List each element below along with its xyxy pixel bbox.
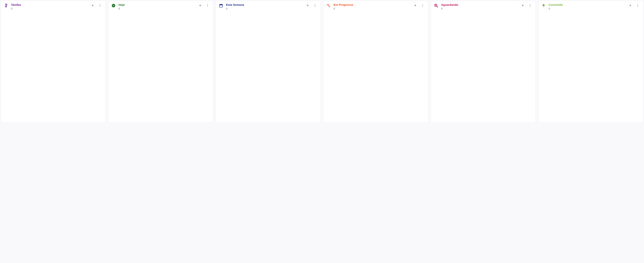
svg-point-27 xyxy=(435,5,436,6)
add-card-button[interactable] xyxy=(520,2,526,9)
column-title-block: Tarefas 0 xyxy=(11,3,87,10)
plus-icon xyxy=(306,4,310,8)
column-actions xyxy=(90,2,103,9)
column-body[interactable] xyxy=(324,12,428,122)
column-count: 0 xyxy=(11,7,87,10)
column-actions xyxy=(520,2,533,9)
column-menu-button[interactable] xyxy=(634,2,641,9)
column-actions xyxy=(305,2,318,9)
svg-point-24 xyxy=(422,5,423,6)
plus-icon xyxy=(198,4,202,8)
svg-point-33 xyxy=(638,5,638,6)
column-actions xyxy=(627,2,641,9)
svg-point-11 xyxy=(207,6,208,6)
column-title-block: Em Progresso 0 xyxy=(334,3,410,10)
svg-point-17 xyxy=(315,5,316,6)
more-vert-icon xyxy=(636,4,639,8)
column-menu-button[interactable] xyxy=(527,2,533,9)
bell-icon xyxy=(541,3,546,8)
column-title-block: Aguardando 0 xyxy=(441,3,517,10)
svg-point-25 xyxy=(422,6,423,6)
svg-point-32 xyxy=(638,4,638,5)
kanban-column-concluido: Concluído 0 xyxy=(538,1,643,122)
svg-line-28 xyxy=(437,6,438,7)
svg-point-16 xyxy=(315,4,316,5)
thermometer-icon xyxy=(4,3,8,8)
more-vert-icon xyxy=(313,4,317,8)
kanban-board: Tarefas 0 xyxy=(0,0,644,123)
add-card-button[interactable] xyxy=(627,2,634,9)
column-title[interactable]: Em Progresso xyxy=(334,3,410,7)
svg-point-4 xyxy=(100,4,100,5)
svg-point-23 xyxy=(422,4,423,5)
column-body[interactable] xyxy=(108,12,213,122)
column-menu-button[interactable] xyxy=(420,2,426,9)
column-body[interactable] xyxy=(216,12,320,122)
svg-point-34 xyxy=(638,6,638,6)
column-body[interactable] xyxy=(431,12,536,122)
svg-line-19 xyxy=(328,5,330,7)
svg-rect-15 xyxy=(222,4,222,5)
column-count: 0 xyxy=(441,7,517,10)
svg-point-0 xyxy=(6,6,6,7)
column-header: Tarefas 0 xyxy=(1,1,106,12)
plus-icon xyxy=(91,4,94,8)
column-title-block: Esta Semana 0 xyxy=(226,3,302,10)
svg-point-22 xyxy=(329,4,329,5)
svg-point-10 xyxy=(207,5,208,6)
column-title-block: Concluído 0 xyxy=(549,3,624,10)
column-body[interactable] xyxy=(538,12,643,122)
more-vert-icon xyxy=(98,4,102,8)
column-count: 0 xyxy=(549,7,624,10)
svg-point-6 xyxy=(100,6,100,6)
column-title[interactable]: Aguardando xyxy=(441,3,517,7)
svg-point-30 xyxy=(530,5,530,6)
compass-icon xyxy=(111,3,116,8)
plus-icon xyxy=(521,4,524,8)
column-header: Aguardando 0 xyxy=(431,1,536,12)
svg-point-29 xyxy=(530,4,530,5)
add-card-button[interactable] xyxy=(412,2,418,9)
svg-rect-13 xyxy=(220,4,222,6)
svg-point-21 xyxy=(328,4,328,4)
column-header: Em Progresso 0 xyxy=(324,1,428,12)
wand-icon xyxy=(326,3,331,8)
plus-icon xyxy=(628,4,632,8)
svg-point-18 xyxy=(315,6,316,6)
plus-icon xyxy=(414,4,417,8)
column-title[interactable]: Esta Semana xyxy=(226,3,302,7)
column-count: 0 xyxy=(226,7,302,10)
kanban-column-aguardando: Aguardando 0 xyxy=(431,1,536,122)
kanban-column-em-progresso: Em Progresso 0 xyxy=(323,1,428,122)
kanban-column-tarefas: Tarefas 0 xyxy=(1,1,106,122)
column-count: 0 xyxy=(334,7,410,10)
svg-point-31 xyxy=(530,6,530,6)
svg-point-5 xyxy=(100,5,100,6)
column-title[interactable]: Hoje xyxy=(118,3,194,7)
column-actions xyxy=(412,2,426,9)
column-title-block: Hoje 0 xyxy=(118,3,194,10)
svg-rect-14 xyxy=(220,4,220,5)
column-menu-button[interactable] xyxy=(97,2,103,9)
column-menu-button[interactable] xyxy=(312,2,318,9)
svg-point-9 xyxy=(207,4,208,5)
column-header: Esta Semana 0 xyxy=(216,1,320,12)
calendar-icon xyxy=(219,3,223,8)
more-vert-icon xyxy=(421,4,424,8)
column-title[interactable]: Tarefas xyxy=(11,3,87,7)
kanban-column-esta-semana: Esta Semana 0 xyxy=(216,1,321,122)
column-count: 0 xyxy=(118,7,194,10)
column-title[interactable]: Concluído xyxy=(549,3,624,7)
add-card-button[interactable] xyxy=(197,2,203,9)
column-header: Hoje 0 xyxy=(108,1,213,12)
magnifier-icon xyxy=(434,3,438,8)
more-vert-icon xyxy=(206,4,209,8)
column-header: Concluído 0 xyxy=(538,1,643,12)
kanban-column-hoje: Hoje 0 xyxy=(108,1,213,122)
column-body[interactable] xyxy=(1,12,106,122)
add-card-button[interactable] xyxy=(90,2,96,9)
svg-point-20 xyxy=(327,5,328,5)
add-card-button[interactable] xyxy=(305,2,311,9)
column-actions xyxy=(197,2,210,9)
column-menu-button[interactable] xyxy=(204,2,210,9)
